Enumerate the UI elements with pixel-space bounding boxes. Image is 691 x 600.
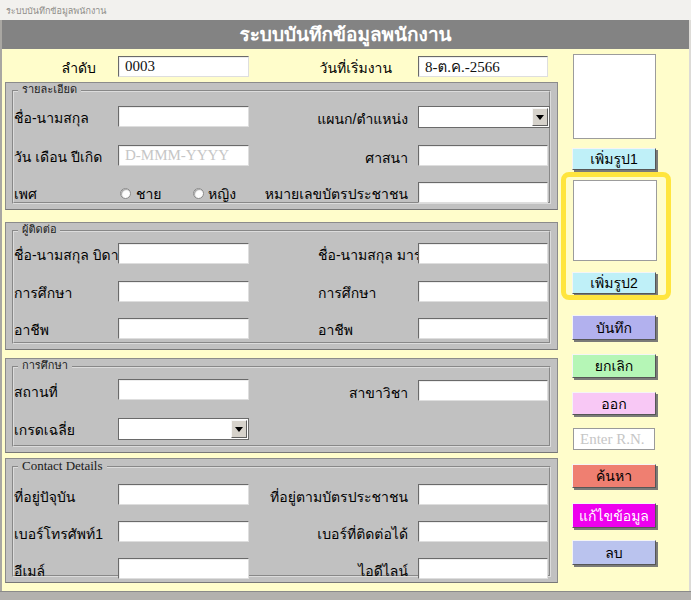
- email-label: อีเมล์: [14, 561, 45, 581]
- name-input[interactable]: [118, 106, 249, 127]
- father-occupation-label: อาชีพ: [14, 320, 49, 340]
- search-button[interactable]: ค้นหา: [572, 464, 656, 488]
- edit-button[interactable]: แก้ไขข้อมูล: [572, 503, 656, 528]
- window-left-edge: [0, 20, 2, 600]
- department-select[interactable]: [418, 106, 550, 128]
- photo1-picture-box[interactable]: [573, 54, 656, 139]
- male-radio-label[interactable]: ชาย: [136, 184, 162, 204]
- delete-button[interactable]: ลบ: [572, 540, 656, 565]
- female-radio[interactable]: [193, 188, 204, 199]
- mother-education-input[interactable]: [418, 281, 548, 302]
- contact-phone-input[interactable]: [418, 521, 548, 542]
- exit-button[interactable]: ออก: [572, 392, 656, 415]
- study-place-label: สถานที่: [14, 382, 58, 402]
- id-card-address-input[interactable]: [418, 484, 548, 505]
- father-name-input[interactable]: [118, 243, 249, 264]
- phone1-input[interactable]: [118, 521, 249, 542]
- chevron-down-icon[interactable]: [231, 420, 247, 438]
- education-section-title: การศึกษา: [18, 359, 72, 372]
- gpa-label: เกรดเฉลี่ย: [14, 420, 75, 440]
- contacts-section-title: ผู้ติดต่อ: [18, 223, 60, 236]
- female-radio-label[interactable]: หญิง: [208, 184, 236, 204]
- start-date-input[interactable]: [418, 56, 548, 77]
- mother-occupation-input[interactable]: [418, 318, 548, 339]
- save-button[interactable]: บันทึก: [572, 315, 656, 340]
- id-card-input[interactable]: [418, 182, 548, 203]
- current-address-input[interactable]: [118, 484, 249, 505]
- rn-search-input[interactable]: [573, 428, 655, 450]
- start-date-label: วันที่เริ่มงาน: [288, 58, 392, 78]
- sequence-input[interactable]: [118, 56, 249, 77]
- app-window: ระบบบันทึกข้อมูลพนักงาน ระบบบันทึกข้อมูล…: [0, 0, 691, 600]
- education-frame: [12, 366, 551, 447]
- department-label: แผนก/ตำแหน่ง: [250, 109, 408, 129]
- father-name-label: ชื่อ-นามสกุล บิดา: [14, 245, 119, 265]
- mother-name-input[interactable]: [418, 243, 548, 264]
- phone1-label: เบอร์โทรศัพท์1: [14, 524, 103, 544]
- gpa-select[interactable]: [118, 418, 249, 440]
- window-title: ระบบบันทึกข้อมูลพนักงาน: [6, 4, 106, 18]
- chevron-down-glyph: [235, 427, 243, 436]
- add-photo1-button[interactable]: เพิ่มรูป1: [572, 148, 656, 170]
- line-id-input[interactable]: [418, 558, 548, 579]
- contact-phone-label: เบอร์ที่ติดต่อได้: [248, 524, 408, 544]
- religion-label: ศาสนา: [250, 148, 408, 168]
- male-radio[interactable]: [120, 188, 131, 199]
- email-input[interactable]: [118, 558, 249, 579]
- study-place-input[interactable]: [118, 379, 249, 400]
- major-label: สาขาวิชา: [250, 383, 408, 403]
- birthdate-label: วัน เดือน ปีเกิด: [14, 147, 102, 167]
- photo2-picture-box[interactable]: [573, 180, 657, 261]
- add-photo2-button[interactable]: เพิ่มรูป2: [572, 272, 656, 294]
- father-education-label: การศึกษา: [14, 283, 72, 303]
- chevron-down-glyph: [536, 115, 544, 124]
- current-address-label: ที่อยู่ปัจุบัน: [14, 487, 75, 507]
- education-section: [5, 358, 558, 453]
- sequence-label: ลำดับ: [40, 58, 96, 78]
- major-input[interactable]: [418, 380, 548, 401]
- id-card-address-label: ที่อยู่ตามบัตรประชาชน: [248, 487, 408, 507]
- chevron-down-icon[interactable]: [532, 108, 548, 126]
- contact-details-section-title: Contact Details: [18, 459, 107, 472]
- father-occupation-input[interactable]: [118, 318, 249, 339]
- birthdate-input[interactable]: [118, 145, 249, 166]
- mother-education-label: การศึกษา: [318, 283, 376, 303]
- window-bottom-edge: [0, 591, 691, 600]
- line-id-label: ไอดีไลน์: [248, 561, 408, 581]
- details-section-title: รายละเอียด: [18, 83, 81, 96]
- gender-label: เพศ: [14, 184, 37, 204]
- titlebar: ระบบบันทึกข้อมูลพนักงาน: [0, 0, 691, 20]
- religion-input[interactable]: [418, 145, 548, 166]
- id-card-label: หมายเลขบัตรประชาชน: [250, 184, 408, 204]
- name-label: ชื่อ-นามสกุล: [14, 108, 89, 128]
- page-title: ระบบบันทึกข้อมูลพนักงาน: [0, 20, 691, 49]
- father-education-input[interactable]: [118, 281, 249, 302]
- cancel-button[interactable]: ยกเลิก: [572, 354, 656, 378]
- mother-occupation-label: อาชีพ: [318, 320, 353, 340]
